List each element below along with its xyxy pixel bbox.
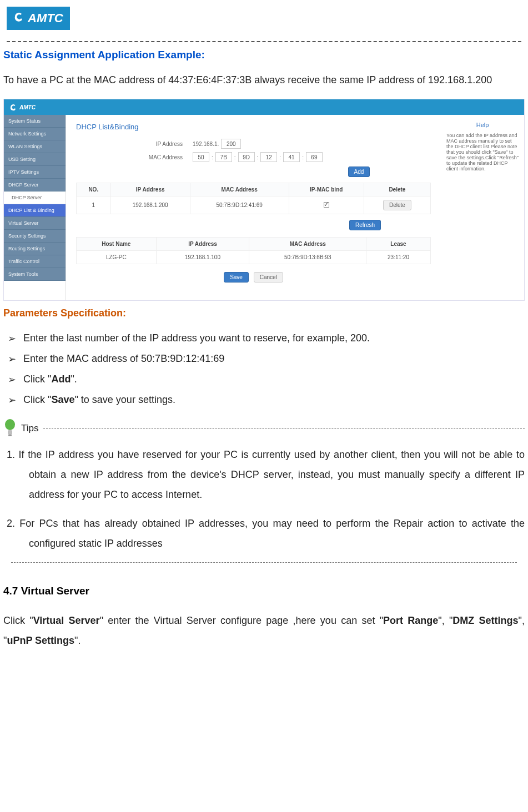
- bulb-icon: [3, 419, 17, 438]
- tips-end-divider: [11, 562, 517, 563]
- sidebar-item[interactable]: Network Settings: [4, 128, 66, 140]
- sidebar-item[interactable]: IPTV Settings: [4, 166, 66, 179]
- app-topbar: AMTC: [4, 99, 524, 115]
- mac-address-label: MAC Address: [76, 154, 193, 160]
- tips-dashes: [43, 428, 525, 429]
- mac-octet-input[interactable]: 50: [193, 152, 209, 162]
- sidebar-item[interactable]: USB Setting: [4, 153, 66, 166]
- sidebar-item[interactable]: Routing Settings: [4, 243, 66, 255]
- table-header: IP Address: [110, 183, 190, 196]
- param-item: Click "Add".: [3, 369, 525, 390]
- sidebar-item[interactable]: Traffic Control: [4, 255, 66, 268]
- table-header: MAC Address: [190, 183, 289, 196]
- logo-text: AMTC: [28, 11, 63, 26]
- panel-title: DHCP List&Binding: [76, 123, 431, 131]
- help-title: Help: [446, 122, 519, 128]
- params-list: Enter the last number of the IP address …: [3, 328, 525, 410]
- mac-octet-input[interactable]: 69: [306, 152, 323, 162]
- table-header: MAC Address: [249, 238, 366, 251]
- top-divider: [7, 41, 521, 42]
- add-button[interactable]: Add: [348, 167, 370, 177]
- sidebar-item[interactable]: DHCP List & Binding: [4, 204, 66, 217]
- app-sidebar: System StatusNetwork SettingsWLAN Settin…: [4, 115, 66, 300]
- cancel-button[interactable]: Cancel: [254, 272, 283, 283]
- svg-rect-2: [8, 435, 12, 436]
- save-button[interactable]: Save: [224, 272, 249, 283]
- mac-octet-input[interactable]: 41: [283, 152, 300, 162]
- binding-table: NO.IP AddressMAC AddressIP-MAC bindDelet…: [76, 183, 431, 214]
- tip-1: 1. If the IP address you have reserved f…: [3, 445, 525, 505]
- table-header: NO.: [77, 183, 111, 196]
- svg-point-0: [5, 419, 15, 430]
- ip-prefix: 192.168.1.: [193, 141, 219, 147]
- sidebar-item[interactable]: DHCP Server: [4, 191, 66, 204]
- app-main-panel: DHCP List&Binding IP Address 192.168.1. …: [66, 115, 441, 300]
- tip-2: 2. For PCs that has already obtained IP …: [3, 513, 525, 553]
- ip-last-input[interactable]: 200: [221, 139, 241, 149]
- example-title: Static Assignment Application Example:: [3, 49, 525, 61]
- sidebar-item[interactable]: Security Settings: [4, 230, 66, 243]
- help-body: You can add the IP address and MAC addre…: [446, 133, 519, 172]
- table-header: Delete: [364, 183, 430, 196]
- param-item: Click "Save" to save your settings.: [3, 390, 525, 410]
- sidebar-item[interactable]: Virtual Server: [4, 217, 66, 230]
- param-item: Enter the MAC address of 50:7B:9D:12:41:…: [3, 349, 525, 369]
- param-item: Enter the last number of the IP address …: [3, 328, 525, 349]
- tips-label: Tips: [21, 423, 39, 434]
- table-header: Host Name: [77, 238, 157, 251]
- intro-text: To have a PC at the MAC address of 44:37…: [3, 70, 525, 90]
- page-logo: AMTC: [7, 7, 70, 30]
- svg-rect-1: [8, 430, 12, 435]
- sidebar-item[interactable]: DHCP Server: [4, 179, 66, 191]
- table-row: 1192.168.1.20050:7B:9D:12:41:69Delete: [77, 196, 431, 214]
- tips-header: Tips: [3, 419, 525, 438]
- table-header: IP-MAC bind: [289, 183, 364, 196]
- mac-octet-input[interactable]: 12: [260, 152, 277, 162]
- delete-button[interactable]: Delete: [383, 200, 411, 210]
- table-header: IP Address: [156, 238, 249, 251]
- params-title: Parameters Specification:: [3, 307, 525, 319]
- virtual-server-text: Click "Virtual Server" enter the Virtual…: [3, 611, 525, 650]
- table-row: LZG-PC192.168.1.10050:7B:9D:13:8B:9323:1…: [77, 251, 431, 264]
- mac-octet-input[interactable]: 7B: [215, 152, 232, 162]
- app-screenshot: AMTC System StatusNetwork SettingsWLAN S…: [3, 99, 525, 301]
- mac-octet-input[interactable]: 9D: [238, 152, 255, 162]
- logo-icon: [13, 11, 24, 26]
- sidebar-item[interactable]: System Tools: [4, 268, 66, 281]
- section-4-7-title: 4.7 Virtual Server: [3, 585, 525, 597]
- sidebar-item[interactable]: System Status: [4, 115, 66, 128]
- ip-address-label: IP Address: [76, 141, 193, 147]
- refresh-button[interactable]: Refresh: [349, 220, 381, 230]
- bind-checkbox[interactable]: [324, 202, 329, 208]
- help-panel: Help You can add the IP address and MAC …: [441, 115, 524, 300]
- lease-table: Host NameIP AddressMAC AddressLease LZG-…: [76, 237, 431, 264]
- sidebar-item[interactable]: WLAN Settings: [4, 140, 66, 153]
- app-logo-text: AMTC: [19, 104, 36, 110]
- table-header: Lease: [366, 238, 430, 251]
